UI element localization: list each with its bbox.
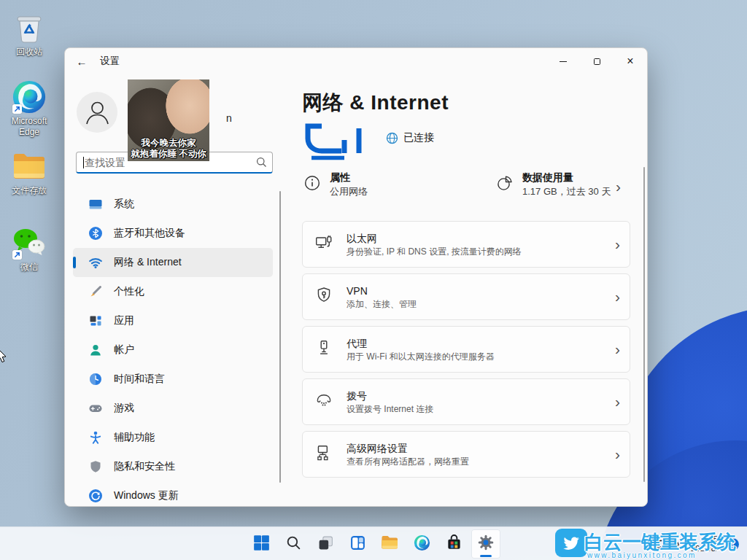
sidebar-item-accessibility[interactable]: 辅助功能 xyxy=(73,423,273,452)
network-icon xyxy=(88,255,103,270)
taskbar-settings-button[interactable] xyxy=(471,529,500,559)
taskbar-clock[interactable]: 9:51 2021/8/4 xyxy=(691,534,722,553)
settings-icon xyxy=(477,534,495,554)
hidden-icons-chevron[interactable]: ∧ xyxy=(642,540,648,548)
desktop-icon-recycle-bin[interactable]: 回收站 xyxy=(0,10,58,58)
desktop-icon-label: 文件存放 xyxy=(12,185,47,196)
taskbar-store-button[interactable] xyxy=(439,529,468,559)
properties-block[interactable]: 属性 公用网络 xyxy=(303,171,368,198)
account-partial-text: n xyxy=(226,112,232,124)
system-tray: ∧ 9:51 2021/8/4 1 xyxy=(642,527,747,560)
advanced-card-icon xyxy=(314,443,333,465)
sidebar-item-personalization[interactable]: 个性化 xyxy=(73,277,273,306)
desktop-icon-label: 回收站 xyxy=(16,47,42,58)
chevron-right-icon[interactable]: › xyxy=(616,178,621,195)
sidebar-item-gaming[interactable]: 游戏 xyxy=(73,394,273,423)
minimize-button[interactable] xyxy=(546,48,580,74)
accounts-icon xyxy=(88,343,103,357)
taskbar-task-view-button[interactable] xyxy=(311,529,340,559)
taskbar-search-button[interactable] xyxy=(279,529,308,559)
meme-caption: 我今晚去你家 就抱着你睡 不动你 xyxy=(131,138,206,161)
window-controls: × xyxy=(546,48,647,74)
data-usage-block[interactable]: 数据使用量 1.17 GB，过去 30 天 xyxy=(496,171,611,198)
close-icon: × xyxy=(627,55,633,67)
card-dialup[interactable]: 拨号 设置拨号 Internet 连接 › xyxy=(302,378,630,425)
windows-update-icon xyxy=(88,489,103,503)
card-vpn[interactable]: VPN 添加、连接、管理 › xyxy=(302,273,630,320)
sidebar-item-label: 个性化 xyxy=(114,285,144,298)
content-scrollbar[interactable] xyxy=(643,167,645,482)
quick-info-row: 属性 公用网络 数据使用量 1.17 GB，过去 30 天 › xyxy=(302,171,630,209)
proxy-card-icon xyxy=(314,338,333,360)
sidebar-item-label: 隐私和安全性 xyxy=(114,460,175,473)
card-subtitle: 添加、连接、管理 xyxy=(347,298,615,310)
desktop-icon-microsoft-edge[interactable]: Microsoft Edge xyxy=(0,79,58,138)
tray-network-icon[interactable] xyxy=(653,538,665,551)
ethernet-card-icon xyxy=(314,233,333,255)
taskbar-icons xyxy=(247,529,500,559)
back-arrow-icon: ← xyxy=(77,55,88,68)
sidebar-item-windows-update[interactable]: Windows 更新 xyxy=(73,481,273,507)
sidebar-item-accounts[interactable]: 帐户 xyxy=(73,335,273,365)
sidebar-item-privacy[interactable]: 隐私和安全性 xyxy=(73,452,273,481)
card-ethernet[interactable]: 以太网 身份验证, IP 和 DNS 设置, 按流量计费的网络 › xyxy=(302,221,630,268)
taskbar-start-button[interactable] xyxy=(247,529,276,559)
info-icon xyxy=(303,174,321,192)
apps-icon xyxy=(88,314,103,328)
card-title: 高级网络设置 xyxy=(347,442,615,456)
sidebar-item-label: 辅助功能 xyxy=(114,431,155,444)
card-proxy[interactable]: 代理 用于 Wi-Fi 和以太网连接的代理服务器 › xyxy=(302,326,630,373)
sidebar-item-label: 时间和语言 xyxy=(114,373,165,386)
personalization-icon xyxy=(88,284,103,299)
card-title: 代理 xyxy=(347,337,615,351)
sidebar-item-bluetooth[interactable]: 蓝牙和其他设备 xyxy=(73,219,273,248)
card-advanced[interactable]: 高级网络设置 查看所有网络适配器，网络重置 › xyxy=(302,431,630,478)
card-title: 以太网 xyxy=(347,232,615,246)
chevron-right-icon: › xyxy=(615,341,620,358)
clock-time: 9:51 xyxy=(691,534,722,544)
desktop-icon-file-folder[interactable]: 文件存放 xyxy=(0,149,58,196)
explorer-icon xyxy=(381,534,398,553)
desktop-icon-wechat[interactable]: 微信 xyxy=(0,225,58,273)
time-language-icon xyxy=(88,372,103,386)
sidebar-item-system[interactable]: 系统 xyxy=(73,190,273,219)
back-button[interactable]: ← xyxy=(69,50,94,72)
recycle-bin-icon xyxy=(12,10,47,45)
card-subtitle: 身份验证, IP 和 DNS 设置, 按流量计费的网络 xyxy=(347,246,615,257)
close-button[interactable]: × xyxy=(614,48,647,74)
window-title: 设置 xyxy=(100,55,120,68)
taskbar-edge-button[interactable] xyxy=(407,529,436,559)
task-view-icon xyxy=(317,534,334,554)
sidebar-scrollbar[interactable] xyxy=(279,191,281,483)
widgets-icon xyxy=(349,534,366,554)
desktop-icon-label: 微信 xyxy=(20,262,38,273)
system-icon xyxy=(88,197,103,211)
card-title: 拨号 xyxy=(347,389,615,403)
clock-date: 2021/8/4 xyxy=(691,544,722,553)
sidebar-item-label: 网络 & Internet xyxy=(114,256,182,269)
maximize-icon xyxy=(594,58,600,65)
person-icon xyxy=(77,93,117,133)
titlebar: ← 设置 × xyxy=(65,48,647,74)
mouse-cursor-icon xyxy=(0,349,9,365)
notification-badge[interactable]: 1 xyxy=(727,538,739,551)
taskbar-explorer-button[interactable] xyxy=(375,529,404,559)
properties-title: 属性 xyxy=(330,171,368,184)
sidebar-item-label: 蓝牙和其他设备 xyxy=(114,227,185,240)
gaming-icon xyxy=(88,401,103,416)
sidebar-item-network[interactable]: 网络 & Internet xyxy=(73,248,273,277)
tray-volume-icon[interactable] xyxy=(669,538,681,551)
maximize-button[interactable] xyxy=(580,48,614,74)
vpn-card-icon xyxy=(314,286,333,308)
main-content: 网络 & Internet 已连接 xyxy=(293,74,647,506)
sidebar-item-label: 帐户 xyxy=(114,343,134,357)
sidebar-item-apps[interactable]: 应用 xyxy=(73,306,273,335)
taskbar-widgets-button[interactable] xyxy=(343,529,372,559)
folder-icon xyxy=(12,149,47,184)
text-caret xyxy=(83,157,84,168)
sidebar-item-time-language[interactable]: 时间和语言 xyxy=(73,365,273,394)
search-icon xyxy=(285,534,302,554)
accessibility-icon xyxy=(88,430,103,445)
ethernet-hero-icon xyxy=(302,122,366,160)
card-title: VPN xyxy=(347,284,615,298)
